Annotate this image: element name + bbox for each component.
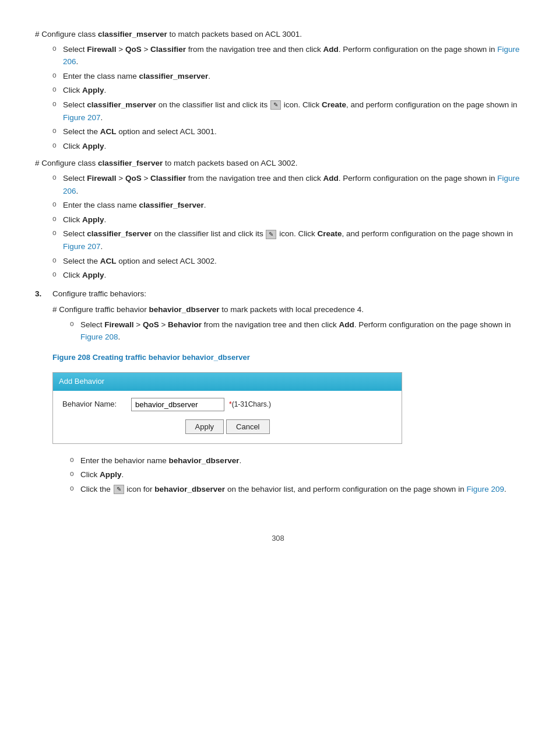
list-item: Enter the class name classifier_mserver. bbox=[52, 70, 521, 83]
widget-header: Add Behavior bbox=[53, 373, 402, 391]
apply-bold-4: Apply bbox=[82, 271, 104, 279]
bullets-behavior-select: Select Firewall > QoS > Behavior from th… bbox=[70, 318, 521, 344]
list-item: Click Apply. bbox=[70, 468, 521, 481]
qos-bold: QoS bbox=[125, 45, 142, 54]
behavior-name-bold-1: behavior_dbserver bbox=[169, 456, 240, 465]
list-item: Select Firewall > QoS > Classifier from … bbox=[52, 172, 521, 197]
page-number: 308 bbox=[272, 534, 284, 542]
list-item: Select classifier_fserver on the classif… bbox=[52, 228, 521, 253]
page-content: # Configure class classifier_mserver to … bbox=[35, 28, 521, 545]
list-item: Click the ✎ icon for behavior_dbserver o… bbox=[70, 483, 521, 496]
classifier-bold-2: Classifier bbox=[150, 174, 186, 183]
hash-behavior-prefix: # Configure traffic behavior bbox=[52, 305, 149, 314]
apply-bold-1: Apply bbox=[82, 86, 104, 94]
hash-prefix-1: # Configure class bbox=[35, 30, 98, 38]
fw-bold-2: Firewall bbox=[87, 174, 116, 183]
fw-bold-3: Firewall bbox=[104, 320, 133, 329]
class-mserver-select-bold: classifier_mserver bbox=[87, 100, 156, 109]
behavior-name-bold-2: behavior_dbserver bbox=[154, 485, 225, 494]
hash-line-fserver: # Configure class classifier_fserver to … bbox=[35, 157, 521, 170]
hash-prefix-2: # Configure class bbox=[35, 159, 98, 167]
list-item: Click Apply. bbox=[52, 84, 521, 97]
qos-bold-3: QoS bbox=[143, 320, 159, 329]
list-item: Select Firewall > QoS > Behavior from th… bbox=[70, 318, 521, 344]
list-item: Enter the behavior name behavior_dbserve… bbox=[70, 454, 521, 467]
figure-208-label: Figure 208 Creating traffic behavior beh… bbox=[52, 352, 521, 364]
cancel-button[interactable]: Cancel bbox=[226, 419, 269, 434]
edit-icon-3: ✎ bbox=[114, 485, 124, 494]
hash-suffix-1: to match packets based on ACL 3001. bbox=[167, 30, 302, 38]
hash-line-mserver: # Configure class classifier_mserver to … bbox=[35, 28, 521, 41]
step-content: Configure traffic behaviors: # Configure… bbox=[52, 288, 521, 498]
figure-207-link-2[interactable]: Figure 207 bbox=[63, 242, 101, 251]
list-item: Click Apply. bbox=[52, 269, 521, 282]
create-bold-2: Create bbox=[317, 229, 342, 238]
apply-button[interactable]: Apply bbox=[185, 419, 224, 434]
list-item: Click Apply. bbox=[52, 214, 521, 226]
class-fserver-bold: classifier_fserver bbox=[98, 159, 163, 167]
figure-207-link-1[interactable]: Figure 207 bbox=[63, 113, 101, 122]
figure-208-link[interactable]: Figure 208 bbox=[80, 332, 118, 341]
hash-behavior: # Configure traffic behavior behavior_db… bbox=[52, 303, 521, 316]
list-item: Select classifier_mserver on the classif… bbox=[52, 99, 521, 124]
page-footer: 308 bbox=[35, 533, 521, 545]
acl-bold-1: ACL bbox=[100, 127, 117, 136]
behavior-name-row: Behavior Name: *(1-31Chars.) bbox=[62, 398, 392, 411]
list-item: Select the ACL option and select ACL 300… bbox=[52, 125, 521, 138]
list-item: Enter the class name classifier_fserver. bbox=[52, 199, 521, 212]
step-3: 3. Configure traffic behaviors: # Config… bbox=[35, 288, 521, 498]
add-bold: Add bbox=[323, 45, 339, 54]
add-behavior-widget: Add Behavior Behavior Name: *(1-31Chars.… bbox=[52, 372, 402, 444]
class-name-bold-1: classifier_mserver bbox=[139, 72, 209, 80]
apply-bold-5: Apply bbox=[100, 470, 122, 479]
behavior-name-input[interactable] bbox=[131, 398, 224, 411]
widget-body: Behavior Name: *(1-31Chars.) Apply Cance… bbox=[53, 391, 402, 443]
class-fserver-select-bold: classifier_fserver bbox=[87, 229, 152, 238]
edit-icon-2: ✎ bbox=[266, 230, 276, 239]
class-mserver-bold: classifier_mserver bbox=[98, 30, 167, 38]
behavior-name-label: Behavior Name: bbox=[62, 398, 126, 411]
qos-bold-2: QoS bbox=[125, 174, 142, 183]
add-bold-3: Add bbox=[339, 320, 354, 329]
hash-suffix-2: to match packets based on ACL 3002. bbox=[163, 159, 297, 167]
step-number: 3. bbox=[35, 288, 52, 498]
classifier-bold: Classifier bbox=[150, 45, 186, 54]
fw-bold: Firewall bbox=[87, 45, 116, 54]
list-item: Select Firewall > QoS > Classifier from … bbox=[52, 43, 521, 68]
bullets-mserver: Select Firewall > QoS > Classifier from … bbox=[52, 43, 521, 153]
behavior-name-hint: *(1-31Chars.) bbox=[229, 399, 271, 410]
list-item: Click Apply. bbox=[52, 140, 521, 153]
behavior-bold: Behavior bbox=[168, 320, 202, 329]
apply-bold-2: Apply bbox=[82, 142, 104, 150]
add-bold-2: Add bbox=[323, 174, 339, 183]
class-name-bold-2: classifier_fserver bbox=[139, 201, 204, 209]
hash-behavior-suffix: to mark packets with local precedence 4. bbox=[219, 305, 364, 314]
edit-icon: ✎ bbox=[270, 100, 281, 110]
bullets-after-widget: Enter the behavior name behavior_dbserve… bbox=[70, 454, 521, 496]
apply-bold-3: Apply bbox=[82, 215, 104, 224]
behavior-dbserver-bold: behavior_dbserver bbox=[149, 305, 220, 314]
list-item: Select the ACL option and select ACL 300… bbox=[52, 255, 521, 268]
widget-buttons: Apply Cancel bbox=[62, 419, 392, 434]
step-label: Configure traffic behaviors: bbox=[52, 289, 146, 298]
figure-209-link[interactable]: Figure 209 bbox=[466, 485, 504, 494]
bullets-fserver: Select Firewall > QoS > Classifier from … bbox=[52, 172, 521, 282]
acl-bold-2: ACL bbox=[100, 257, 117, 265]
create-bold-1: Create bbox=[322, 100, 346, 109]
